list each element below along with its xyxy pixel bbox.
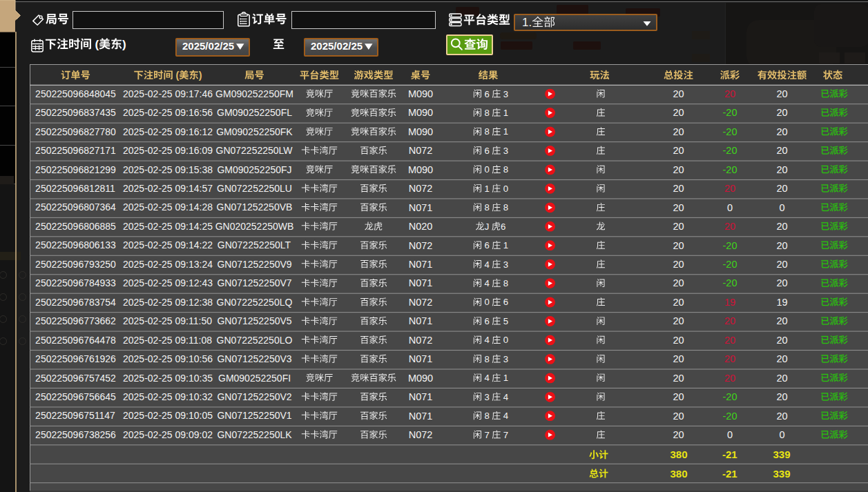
- svg-text:0: 0: [727, 429, 733, 440]
- svg-text:20: 20: [673, 164, 684, 175]
- svg-text:GM090252250FM: GM090252250FM: [215, 88, 293, 99]
- svg-text:20: 20: [776, 391, 787, 402]
- svg-text:2025-02-25 09:12:38: 2025-02-25 09:12:38: [123, 297, 213, 308]
- svg-text:20: 20: [724, 88, 735, 99]
- svg-text:20: 20: [724, 315, 735, 326]
- svg-text:2025-02-25 09:10:56: 2025-02-25 09:10:56: [123, 353, 213, 364]
- svg-text:0: 0: [780, 202, 785, 213]
- svg-text:N071: N071: [409, 315, 433, 326]
- svg-text:N072: N072: [409, 183, 433, 194]
- svg-text:GN071252250V7: GN071252250V7: [217, 277, 291, 288]
- svg-text:2025-02-25 09:16:12: 2025-02-25 09:16:12: [123, 126, 213, 137]
- svg-text:20: 20: [724, 353, 735, 364]
- svg-text:1: 1: [503, 373, 508, 383]
- svg-text:20: 20: [776, 259, 787, 270]
- svg-text:20: 20: [673, 335, 684, 346]
- svg-text:3: 3: [503, 259, 508, 270]
- svg-text:6: 6: [484, 316, 489, 326]
- svg-text:250225096837435: 250225096837435: [35, 107, 116, 118]
- svg-text:20: 20: [776, 335, 787, 346]
- svg-text:N072: N072: [409, 429, 433, 440]
- svg-text:-20: -20: [723, 391, 737, 402]
- svg-text:2025-02-25 09:15:38: 2025-02-25 09:15:38: [123, 164, 213, 175]
- svg-text:3: 3: [503, 354, 508, 364]
- svg-text:20: 20: [776, 145, 787, 156]
- svg-text:20: 20: [776, 126, 787, 137]
- svg-text:-20: -20: [723, 164, 737, 175]
- svg-text:N071: N071: [409, 411, 433, 422]
- svg-text:20: 20: [673, 221, 684, 232]
- svg-text:6: 6: [484, 146, 489, 156]
- svg-text:20: 20: [776, 183, 787, 194]
- svg-text:1.: 1.: [522, 16, 532, 29]
- svg-text:8: 8: [503, 202, 508, 213]
- svg-text:): ): [199, 70, 202, 81]
- svg-text:20: 20: [776, 277, 787, 288]
- svg-text:339: 339: [773, 468, 791, 480]
- svg-text:3: 3: [484, 392, 489, 402]
- svg-text:-21: -21: [722, 449, 737, 460]
- svg-text:1: 1: [503, 126, 508, 137]
- svg-text:250225096848045: 250225096848045: [35, 88, 116, 99]
- svg-text:20: 20: [776, 353, 787, 364]
- svg-text:250225096827171: 250225096827171: [35, 145, 116, 156]
- svg-text:250225096821299: 250225096821299: [35, 164, 116, 175]
- svg-text:2025-02-25 09:09:02: 2025-02-25 09:09:02: [123, 429, 213, 440]
- svg-text:-20: -20: [723, 145, 737, 156]
- svg-text:2025-02-25 09:14:22: 2025-02-25 09:14:22: [123, 239, 213, 250]
- svg-text:6: 6: [501, 222, 505, 232]
- svg-text:380: 380: [671, 449, 688, 460]
- svg-text:20: 20: [673, 240, 684, 251]
- svg-text:250225096812811: 250225096812811: [35, 183, 115, 194]
- svg-text:N020: N020: [409, 221, 433, 232]
- svg-text:GN072252250LK: GN072252250LK: [217, 429, 292, 440]
- svg-text:20: 20: [673, 297, 684, 308]
- svg-text:2025-02-25 09:13:24: 2025-02-25 09:13:24: [123, 259, 213, 270]
- svg-text:20: 20: [724, 183, 735, 194]
- svg-text:20: 20: [673, 373, 684, 384]
- svg-text:M090: M090: [408, 126, 433, 137]
- svg-text:2025-02-25 09:11:08: 2025-02-25 09:11:08: [123, 335, 212, 346]
- svg-text:20: 20: [776, 240, 787, 251]
- svg-text:339: 339: [773, 449, 791, 460]
- svg-text:20: 20: [776, 107, 787, 118]
- svg-text:2025-02-25 09:16:09: 2025-02-25 09:16:09: [123, 145, 213, 156]
- svg-text:250225096764478: 250225096764478: [35, 335, 116, 346]
- svg-text:2025/02/25: 2025/02/25: [311, 40, 363, 52]
- svg-text:GM090252250FK: GM090252250FK: [216, 126, 293, 137]
- svg-text:M090: M090: [408, 373, 433, 384]
- svg-text:20: 20: [724, 221, 735, 232]
- svg-text:2025-02-25 09:14:28: 2025-02-25 09:14:28: [123, 201, 213, 213]
- svg-text:GN072252250LQ: GN072252250LQ: [217, 297, 293, 308]
- svg-text:250225096793250: 250225096793250: [35, 259, 116, 270]
- svg-text:GN071252250VB: GN071252250VB: [217, 201, 293, 213]
- svg-text:-21: -21: [722, 468, 737, 480]
- svg-text:N071: N071: [409, 277, 433, 288]
- svg-text:20: 20: [673, 315, 684, 326]
- svg-text:-20: -20: [723, 277, 737, 288]
- svg-text:250225096756645: 250225096756645: [35, 391, 116, 402]
- svg-text:(: (: [95, 38, 99, 51]
- svg-text:2025-02-25 09:10:32: 2025-02-25 09:10:32: [123, 391, 213, 402]
- svg-text:2025/02/25: 2025/02/25: [182, 40, 234, 52]
- svg-text:8: 8: [484, 108, 489, 118]
- svg-text:250225096784933: 250225096784933: [35, 277, 116, 288]
- svg-text:-20: -20: [723, 107, 737, 118]
- svg-text:GN071252250V2: GN071252250V2: [217, 391, 291, 402]
- svg-text:2025-02-25 09:10:35: 2025-02-25 09:10:35: [123, 373, 213, 384]
- svg-text:GN071252250V5: GN071252250V5: [217, 315, 291, 326]
- svg-text:2025-02-25 09:17:46: 2025-02-25 09:17:46: [123, 88, 213, 99]
- svg-text:19: 19: [776, 297, 787, 308]
- svg-text:N071: N071: [409, 202, 433, 213]
- svg-text:GM090252250FI: GM090252250FI: [218, 373, 291, 384]
- svg-text:0: 0: [503, 184, 508, 194]
- svg-text:2025-02-25 09:16:56: 2025-02-25 09:16:56: [123, 107, 213, 118]
- svg-text:380: 380: [671, 468, 688, 480]
- svg-text:20: 20: [673, 202, 684, 213]
- svg-text:20: 20: [776, 315, 787, 326]
- svg-text:N072: N072: [409, 335, 433, 346]
- svg-text:0: 0: [484, 297, 489, 307]
- svg-text:2025-02-25 09:10:05: 2025-02-25 09:10:05: [123, 410, 213, 421]
- svg-text:20: 20: [776, 88, 787, 99]
- svg-text:2025-02-25 09:14:25: 2025-02-25 09:14:25: [123, 221, 213, 232]
